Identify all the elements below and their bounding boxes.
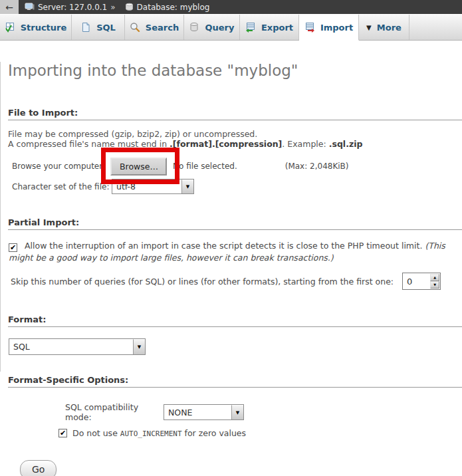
skip-queries-label: Skip this number of queries (for SQL) or… [11, 277, 394, 287]
max-upload-size: (Max: 2,048KiB) [285, 162, 349, 171]
file-import-description: File may be compressed (gzip, bzip2, zip… [8, 129, 462, 149]
tab-query[interactable]: Query [184, 15, 240, 40]
form-left-border [0, 62, 1, 372]
charset-row: Character set of the file: utf-8 ▼ [12, 179, 462, 194]
import-page: Importing into the database "myblog" Fil… [0, 62, 462, 476]
tab-sql[interactable]: SQL [72, 15, 125, 40]
no-file-selected-text: No file selected. [173, 162, 237, 171]
tab-more[interactable]: ▼ More [359, 15, 409, 40]
export-icon [245, 22, 256, 33]
chevron-down-icon: ▼ [366, 24, 372, 31]
section-heading-format-options: Format-Specific Options: [8, 375, 462, 388]
tab-search[interactable]: Search [125, 15, 184, 40]
breadcrumb-separator: » [110, 3, 115, 12]
dropdown-arrow-icon: ▼ [231, 405, 243, 419]
format-select-value: SQL [9, 339, 133, 354]
section-heading-file-to-import: File to Import: [8, 108, 462, 120]
browse-label: Browse your computer: [12, 162, 110, 171]
check-icon: ✔ [10, 243, 16, 252]
format-select[interactable]: SQL ▼ [9, 338, 146, 355]
filename-rule-example: .sql.zip [329, 139, 363, 149]
tab-structure[interactable]: Structure [0, 15, 72, 40]
breadcrumb-bar: ← Server: 127.0.0.1 » Database: myblog [0, 0, 462, 14]
tab-import-label: Import [320, 23, 353, 33]
breadcrumb-server[interactable]: Server: 127.0.0.1 [38, 3, 107, 12]
back-button[interactable]: ← [0, 0, 19, 14]
browse-row: Browse your computer: Browse… No file se… [12, 158, 462, 175]
dropdown-arrow-icon: ▼ [181, 179, 193, 193]
skip-queries-spinner: ▲ ▼ [429, 273, 440, 289]
tab-query-label: Query [205, 23, 234, 33]
tab-more-label: More [377, 23, 402, 33]
database-icon [125, 3, 134, 11]
tab-export[interactable]: Export [240, 15, 299, 40]
filename-rule-example-label: . Example: [282, 139, 328, 149]
tab-structure-label: Structure [21, 23, 67, 33]
charset-select[interactable]: utf-8 ▼ [112, 179, 194, 194]
browse-button[interactable]: Browse… [110, 158, 167, 176]
tab-export-label: Export [261, 23, 293, 33]
compression-info-line: File may be compressed (gzip, bzip2, zip… [8, 129, 257, 139]
sql-compat-label: SQL compatibility mode: [65, 402, 164, 422]
skip-queries-field: ▲ ▼ [402, 273, 441, 290]
skip-queries-row: Skip this number of queries (for SQL) or… [11, 273, 462, 290]
tab-sql-label: SQL [96, 23, 116, 33]
search-icon [130, 22, 140, 33]
tab-search-label: Search [146, 23, 179, 33]
sql-compat-select[interactable]: NONE ▼ [164, 404, 244, 420]
sql-compat-row: SQL compatibility mode: NONE ▼ [65, 402, 462, 422]
filename-rule-pattern: .[format].[compression] [170, 139, 282, 149]
section-heading-partial-import: Partial Import: [8, 217, 462, 230]
tab-import[interactable]: Import [299, 15, 359, 41]
format-row: SQL ▼ [9, 338, 462, 355]
auto-increment-checkbox[interactable]: ✔ [58, 429, 67, 437]
check-icon: ✔ [60, 429, 66, 437]
auto-increment-keyword: AUTO_INCREMENT [120, 429, 182, 438]
go-button[interactable]: Go [20, 460, 57, 476]
tab-bar: Structure SQL Search Query [0, 14, 462, 41]
auto-increment-text: Do not use AUTO_INCREMENT for zero value… [72, 428, 246, 438]
page-title: Importing into the database "myblog" [8, 62, 462, 79]
back-arrow-icon: ← [5, 2, 13, 13]
filename-rule-text: A compressed file's name must end in [8, 139, 170, 149]
structure-icon [5, 22, 15, 33]
allow-interrupt-text: Allow the interruption of an import in c… [25, 241, 425, 251]
server-icon [25, 2, 35, 12]
auto-increment-row: ✔ Do not use AUTO_INCREMENT for zero val… [58, 428, 462, 438]
allow-interrupt-row: ✔ Allow the interruption of an import in… [9, 240, 453, 263]
sql-icon [80, 22, 91, 33]
go-row: Go [20, 460, 462, 476]
skip-queries-input[interactable] [403, 273, 429, 289]
breadcrumb-database[interactable]: Database: myblog [137, 3, 210, 12]
spinner-up-icon[interactable]: ▲ [430, 274, 439, 281]
section-heading-format: Format: [8, 314, 462, 327]
dropdown-arrow-icon: ▼ [133, 339, 145, 354]
sql-compat-select-value: NONE [164, 405, 231, 419]
allow-interrupt-checkbox[interactable]: ✔ [9, 243, 17, 252]
import-icon [304, 22, 315, 33]
spinner-down-icon[interactable]: ▼ [430, 281, 439, 289]
charset-label: Character set of the file: [12, 182, 112, 191]
query-icon [189, 22, 199, 33]
charset-select-value: utf-8 [112, 179, 181, 193]
